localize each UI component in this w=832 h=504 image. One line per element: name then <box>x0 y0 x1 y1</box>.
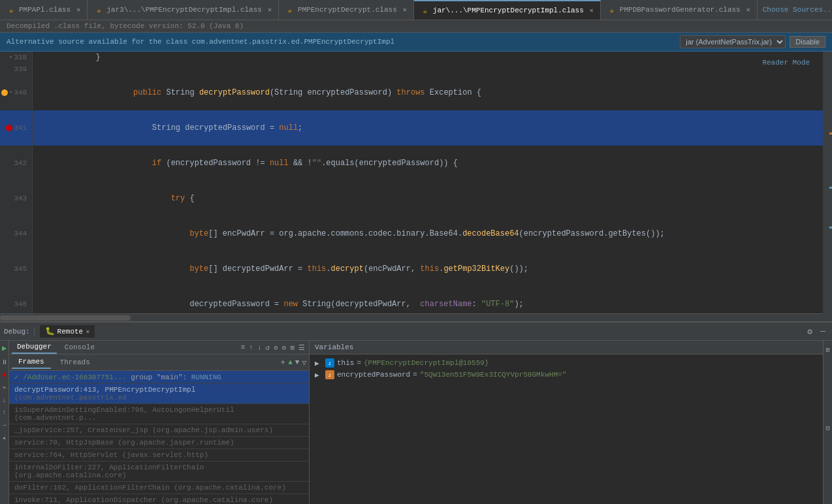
bug-icon: 🐛 <box>45 326 55 336</box>
line-342: 342 if (encryptedPassword != null && !""… <box>0 146 823 181</box>
left-panel-strip: ▶ ⏸ ■ ↷ ↓ ↑ → ✦ <box>0 341 9 504</box>
variables-list: ▶ i this = {PMPEncryptDecryptImpl@10559}… <box>310 354 823 504</box>
debug-toolbar-btn-4[interactable]: ↺ <box>264 342 272 353</box>
tab-close-pmpdb[interactable]: ✕ <box>746 6 750 14</box>
frames-sub-tab[interactable]: Frames <box>12 356 51 369</box>
tab-pmpencrypt[interactable]: ☕ PMPEncryptDecrypt.class ✕ <box>279 0 414 20</box>
scroll-marker-2 <box>829 187 832 189</box>
paste-icon[interactable]: ⊟ <box>824 424 832 432</box>
debug-tab-remote[interactable]: 🐛 Remote ✕ <box>40 325 95 338</box>
debug-minimize-button[interactable]: — <box>818 325 828 338</box>
debug-tab-remote-close[interactable]: ✕ <box>86 328 89 336</box>
tab-pmpapi[interactable]: ☕ PMPAPl.class ✕ <box>0 0 88 20</box>
console-tab[interactable]: Console <box>59 341 100 353</box>
debug-toolbar-btn-5[interactable]: ⊙ <box>272 342 280 353</box>
horizontal-scrollbar[interactable] <box>0 313 823 321</box>
tab-bar: ☕ PMPAPl.class ✕ ☕ jar3\...\PMPEncryptDe… <box>0 0 832 20</box>
code-container: ▾338 } 339 ▾ 340 <box>0 52 823 321</box>
line-340: ▾ 340 public String decryptPassword(Stri… <box>0 75 823 110</box>
debug-toolbar-btn-7[interactable]: ⊞ <box>289 342 296 353</box>
line-339: 339 <box>0 63 823 75</box>
debug-label: Debug: <box>4 328 35 336</box>
scroll-marker-3 <box>829 227 832 228</box>
debug-toolbar-btn-6[interactable]: ⊘ <box>281 342 288 353</box>
var-this[interactable]: ▶ i this = {PMPEncryptDecryptImpl@10559} <box>310 357 823 369</box>
run-to-cursor-icon[interactable]: → <box>2 422 6 429</box>
java-icon-2: ☕ <box>94 5 103 14</box>
line-346: 346 decryptedPassword = new String(decry… <box>0 287 823 313</box>
step-over-icon[interactable]: ↷ <box>2 384 6 392</box>
frame-invoke[interactable]: invoke:711, ApplicationDispatcher (org.a… <box>9 494 309 504</box>
tab-close-pmpencrypt[interactable]: ✕ <box>403 6 407 14</box>
tab-pmpdb[interactable]: ☕ PMPDBPasswordGenerator.class ✕ <box>601 0 758 20</box>
debug-tabs-bar: Debug: 🐛 Remote ✕ ⚙ — <box>0 323 832 341</box>
java-icon: ☕ <box>7 5 16 14</box>
frames-list[interactable]: ✓ /AddUser.ec-166307751... group "main":… <box>9 371 309 504</box>
tab-jar3[interactable]: ☕ jar3\...\PMPEncryptDecryptImpl.class ✕ <box>88 0 279 20</box>
expand-encrypted-icon[interactable]: ▶ <box>315 371 323 379</box>
debug-toolbar-btn-3[interactable]: ↓ <box>256 342 263 353</box>
line-343: 343 try { <box>0 181 823 216</box>
frame-jsp-service[interactable]: _jspService:257, CreateUser_jsp (org.apa… <box>9 424 309 437</box>
frames-filter-icon[interactable]: ▽ <box>302 358 306 367</box>
tab-jar-active[interactable]: ☕ jar\...\PMPEncryptDecryptImpl.class ✕ <box>414 0 601 20</box>
notification-bar: Alternative source available for the cla… <box>0 33 832 52</box>
var-this-icon: i <box>325 358 334 368</box>
expand-this-icon[interactable]: ▶ <box>315 359 323 368</box>
fold-icon-340[interactable]: ▾ <box>9 87 12 99</box>
line-341: 341 String decryptedPassword = null; <box>0 110 823 146</box>
debugger-tab[interactable]: Debugger <box>12 341 57 354</box>
debug-settings-button[interactable]: ⚙ <box>805 325 815 338</box>
scroll-marker-1 <box>829 133 832 134</box>
pause-icon[interactable]: ⏸ <box>1 358 8 366</box>
line-338: ▾338 } <box>0 52 823 63</box>
threads-sub-tab[interactable]: Threads <box>54 356 97 368</box>
java-icon-5: ☕ <box>607 5 616 14</box>
java-icon-3: ☕ <box>285 5 295 14</box>
frame-internal-filter[interactable]: internalDoFilter:227, ApplicationFilterC… <box>9 462 309 482</box>
frame-http-servlet[interactable]: service:764, HttpServlet (javax.servlet.… <box>9 449 309 462</box>
variables-header: Variables <box>310 341 823 354</box>
line-344: 344 byte[] encPwdArr = org.apache.common… <box>0 216 823 251</box>
copy-icon[interactable]: ⊞ <box>824 346 832 354</box>
var-encrypted-password[interactable]: ▶ i encryptedPassword = "5QW13en51F5W9Ex… <box>310 369 823 381</box>
evaluate-icon[interactable]: ✦ <box>2 434 6 442</box>
debug-toolbar-btn-2[interactable]: ↑ <box>248 342 255 353</box>
scroll-markers <box>823 52 832 321</box>
jar-select[interactable]: jar (AdventNetPassTrix.jar) <box>680 35 786 48</box>
breakpoint-340 <box>1 89 8 96</box>
resume-icon[interactable]: ▶ <box>2 343 7 353</box>
frame-superadmin[interactable]: isSuperAdminSettingEnabled:796, AutoLogo… <box>9 404 309 424</box>
frame-decrypt-password[interactable]: decryptPassword:413, PMPEncryptDecryptIm… <box>9 384 309 404</box>
notification-actions: jar (AdventNetPassTrix.jar) Disable <box>680 35 825 48</box>
line-345: 345 byte[] decryptedPwdArr = this.decryp… <box>0 251 823 287</box>
step-out-icon[interactable]: ↑ <box>2 409 6 417</box>
tab-close-jar-active[interactable]: ✕ <box>590 7 594 14</box>
debug-right: Variables ▶ i this = {PMPEncryptDecryptI… <box>310 341 823 504</box>
choose-sources-button[interactable]: Choose Sources... <box>758 5 832 15</box>
reader-mode-button[interactable]: Reader Mode <box>762 59 810 67</box>
debug-toolbar-btn-1[interactable]: ≡ <box>240 342 247 353</box>
disable-button[interactable]: Disable <box>790 36 825 48</box>
java-icon-4: ☕ <box>421 6 430 15</box>
copy-icon-area: ⊞ ⊟ <box>823 341 832 504</box>
editor-wrapper: ▾338 } 339 ▾ 340 <box>0 52 832 321</box>
frames-sort-up[interactable]: ▲ <box>288 358 293 366</box>
var-encrypted-icon: i <box>325 370 334 379</box>
step-into-icon[interactable]: ↓ <box>2 397 6 404</box>
frame-thread-main[interactable]: ✓ /AddUser.ec-166307751... group "main":… <box>9 371 309 384</box>
tab-close-pmpapi[interactable]: ✕ <box>76 6 80 14</box>
code-scroll[interactable]: ▾338 } 339 ▾ 340 <box>0 52 823 313</box>
stop-icon[interactable]: ■ <box>2 371 6 379</box>
filter-add-button[interactable]: + <box>280 358 285 368</box>
frames-sort-down[interactable]: ▼ <box>295 358 300 366</box>
frame-do-filter[interactable]: doFilter:162, ApplicationFilterChain (or… <box>9 482 309 494</box>
debug-left: Debugger Console ≡ ↑ ↓ ↺ ⊙ ⊘ ⊞ <box>9 341 310 504</box>
fold-icon-338[interactable]: ▾ <box>9 52 12 63</box>
frame-http-jsp-base[interactable]: service:70, HttpJspBase (org.apache.jasp… <box>9 437 309 449</box>
breakpoint-341 <box>6 125 12 131</box>
main-content: ▾338 } 339 ▾ 340 <box>0 52 832 504</box>
debug-toolbar-btn-8[interactable]: ☰ <box>297 342 306 353</box>
tab-close-jar3[interactable]: ✕ <box>268 6 272 14</box>
debug-content: ▶ ⏸ ■ ↷ ↓ ↑ → ✦ Debugger Console <box>0 341 832 504</box>
